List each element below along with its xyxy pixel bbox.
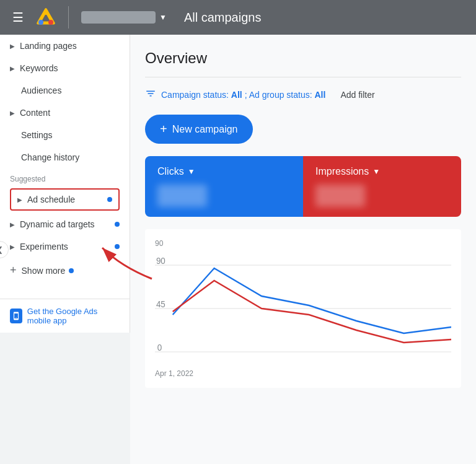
mobile-app-link[interactable]: Get the Google Ads mobile app [10,307,120,325]
content-divider [145,77,461,77]
chevron-right-icon: ▶ [10,243,15,250]
svg-text:0: 0 [157,343,162,352]
chevron-right-icon: ▶ [10,43,15,50]
performance-chart: 90 90 45 0 Apr 1, 2022 [145,229,461,388]
chevron-right-icon: ▶ [10,221,15,228]
filter-campaign-status[interactable]: Campaign status: All ; Ad group status: … [161,90,325,100]
sidebar-item-content[interactable]: ▶ Content [0,102,130,124]
notification-dot [69,268,74,273]
sidebar-item-change-history[interactable]: Change history [0,146,130,169]
metrics-row: Clicks ▼ Impressions ▼ [145,156,461,217]
account-selector[interactable]: ▼ [81,11,167,24]
chevron-down-icon: ▼ [188,167,195,176]
campaign-status-value: All [231,90,242,100]
impressions-value-blurred [315,185,365,207]
notification-dot [115,244,120,249]
show-more-button[interactable]: + Show more [0,258,130,283]
sidebar-label-audiences: Audiences [10,85,120,95]
impressions-label: Impressions [315,166,369,177]
suggested-section-label: Suggested [0,169,130,186]
svg-point-2 [38,20,43,25]
sidebar-item-dynamic-ad-targets[interactable]: ▶ Dynamic ad targets [0,213,130,235]
sidebar-footer: Get the Google Ads mobile app [0,299,130,333]
notification-dot [115,222,120,227]
chevron-down-icon: ▼ [372,167,380,176]
clicks-label: Clicks [157,166,184,177]
main-layout: ▶ Landing pages ▶ Keywords Audiences ▶ C… [0,35,476,464]
new-campaign-button[interactable]: + New campaign [145,115,253,144]
sidebar-label-landing-pages: Landing pages [20,41,120,51]
sidebar: ▶ Landing pages ▶ Keywords Audiences ▶ C… [0,35,130,333]
chart-svg: 90 45 0 [155,253,451,364]
page-title: Overview [145,50,461,67]
x-axis-label: Apr 1, 2022 [155,369,451,378]
ad-group-status-value: All [314,90,325,100]
svg-point-3 [48,20,53,25]
hamburger-menu-icon[interactable]: ☰ [7,5,29,30]
sidebar-label-keywords: Keywords [20,63,120,73]
filter-icon[interactable] [145,88,156,102]
plus-icon: + [10,264,17,277]
sidebar-item-keywords[interactable]: ▶ Keywords [0,57,130,79]
sidebar-label-dynamic-ad-targets: Dynamic ad targets [20,219,111,229]
sidebar-label-settings: Settings [10,130,120,140]
notification-dot [107,197,112,202]
sidebar-item-ad-schedule[interactable]: ▶ Ad schedule [10,188,120,211]
y-axis-label-90: 90 [155,239,163,248]
clicks-metric-header: Clicks ▼ [157,166,291,177]
chevron-right-icon: ▶ [10,110,15,116]
clicks-metric-card[interactable]: Clicks ▼ [145,156,303,217]
add-filter-button[interactable]: Add filter [335,87,379,102]
svg-point-4 [43,10,48,15]
main-content: Overview Campaign status: All ; Ad group… [130,35,476,464]
clicks-value-blurred [157,185,207,207]
sidebar-wrapper: ▶ Landing pages ▶ Keywords Audiences ▶ C… [0,35,130,464]
account-chevron-icon: ▼ [159,13,167,22]
sidebar-item-experiments[interactable]: ▶ Experiments [0,235,130,258]
impressions-metric-header: Impressions ▼ [315,166,449,177]
svg-text:90: 90 [156,256,165,266]
impressions-metric-card[interactable]: Impressions ▼ [303,156,461,217]
filter-bar: Campaign status: All ; Ad group status: … [145,87,461,102]
account-name-blurred [81,11,156,24]
filter-separator: ; [245,90,249,100]
chevron-right-icon: ▶ [17,196,22,203]
header-divider [68,6,69,28]
sidebar-label-content: Content [20,108,120,118]
new-campaign-label: New campaign [172,124,238,135]
show-more-label: Show more [22,266,66,276]
mobile-download-icon [10,309,22,323]
sidebar-item-landing-pages[interactable]: ▶ Landing pages [0,35,130,57]
sidebar-label-experiments: Experiments [20,242,111,252]
campaign-status-label: Campaign status: [161,90,229,100]
svg-text:45: 45 [156,300,165,309]
sidebar-label-ad-schedule: Ad schedule [27,195,104,204]
plus-icon: + [160,122,167,136]
ad-group-status-label: Ad group status: [249,90,312,100]
mobile-app-label: Get the Google Ads mobile app [27,307,120,325]
chevron-right-icon: ▶ [10,65,15,72]
sidebar-label-change-history: Change history [10,152,120,162]
app-header: ☰ ▼ All campaigns [0,0,476,35]
page-heading: All campaigns [184,11,262,25]
sidebar-item-audiences[interactable]: Audiences [0,79,130,102]
google-ads-logo [36,7,56,27]
sidebar-item-settings[interactable]: Settings [0,124,130,146]
